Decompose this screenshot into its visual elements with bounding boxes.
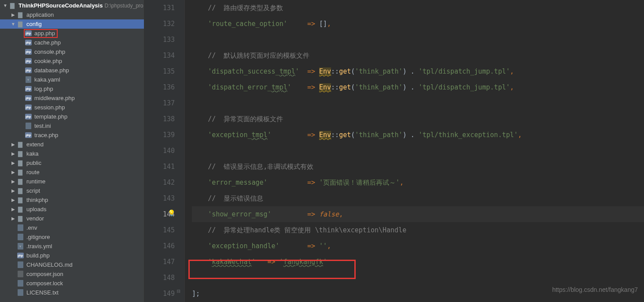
project-root[interactable]: ▼ ▇ ThinkPHPSourceCodeAnalysis D:\phpstu… bbox=[0, 1, 144, 10]
code-line[interactable]: // 默认跳转页面对应的模板文件 bbox=[192, 48, 644, 63]
tree-label: route bbox=[26, 169, 40, 175]
code-line[interactable]: // 异常处理handle类 留空使用 \think\exception\Han… bbox=[192, 222, 644, 238]
line-number: 144💡 bbox=[144, 206, 175, 222]
code-area[interactable]: // 路由缓存类型及参数 'route_cache_option' => [],… bbox=[185, 0, 644, 302]
tree-item-session-php[interactable]: phpsession.php bbox=[0, 103, 144, 112]
code-line[interactable]: // 路由缓存类型及参数 bbox=[192, 0, 644, 16]
tree-item-LICENSE-txt[interactable]: LICENSE.txt bbox=[0, 288, 144, 297]
chevron-icon[interactable]: ▶ bbox=[10, 151, 17, 156]
tree-item-middleware-php[interactable]: phpmiddleware.php bbox=[0, 93, 144, 103]
code-line[interactable]: 'show_error_msg' => false, bbox=[192, 206, 644, 222]
project-name: ThinkPHPSourceCodeAnalysis bbox=[18, 2, 103, 9]
php-icon: php bbox=[25, 95, 32, 102]
line-number: 138 bbox=[144, 111, 175, 127]
code-line[interactable] bbox=[192, 95, 644, 111]
tree-item-template-php[interactable]: phptemplate.php bbox=[0, 112, 144, 121]
file-icon bbox=[17, 280, 24, 287]
tree-item-database-php[interactable]: phpdatabase.php bbox=[0, 66, 144, 75]
folder-icon: ▇ bbox=[17, 215, 24, 222]
tree-label: template.php bbox=[33, 113, 67, 120]
tree-item-cookie-php[interactable]: phpcookie.php bbox=[0, 56, 144, 66]
line-number: 132 bbox=[144, 16, 175, 32]
code-line[interactable]: 'exception_handle' => '', bbox=[192, 238, 644, 254]
chevron-icon[interactable]: ▶ bbox=[10, 12, 17, 17]
code-line[interactable] bbox=[192, 32, 644, 48]
line-number: 134 bbox=[144, 48, 175, 63]
yaml-icon: Y bbox=[25, 76, 32, 83]
tree-item-build-php[interactable]: phpbuild.php bbox=[0, 251, 144, 260]
chevron-icon[interactable]: ▶ bbox=[10, 160, 17, 165]
file-icon bbox=[17, 234, 24, 241]
tree-item-CHANGELOG-md[interactable]: CHANGELOG.md bbox=[0, 260, 144, 269]
code-line[interactable]: 'error_message' => '页面错误！请稍后再试～', bbox=[192, 175, 644, 190]
chevron-icon[interactable]: ▶ bbox=[10, 142, 17, 147]
code-line[interactable] bbox=[192, 143, 644, 159]
tree-label: trace.php bbox=[33, 132, 58, 138]
code-line[interactable]: 'dispatch_error_tmpl' => Env::get('think… bbox=[192, 79, 644, 95]
line-number: 147 bbox=[144, 254, 175, 270]
code-line[interactable]: // 错误显示信息,非调试模式有效 bbox=[192, 159, 644, 175]
tree-item--travis-yml[interactable]: Y.travis.yml bbox=[0, 242, 144, 251]
code-line[interactable]: 'exception_tmpl' => Env::get('think_path… bbox=[192, 127, 644, 143]
chevron-icon[interactable]: ▼ bbox=[10, 22, 17, 26]
php-icon: php bbox=[25, 30, 32, 37]
tree-item-thinkphp[interactable]: ▶▇thinkphp bbox=[0, 195, 144, 205]
tree-label: database.php bbox=[33, 67, 69, 74]
code-line[interactable]: 'route_cache_option' => [], bbox=[192, 16, 644, 32]
tree-item-vendor[interactable]: ▶▇vendor bbox=[0, 214, 144, 223]
tree-item--env[interactable]: .env bbox=[0, 223, 144, 232]
tree-item-cache-php[interactable]: phpcache.php bbox=[0, 38, 144, 47]
tree-item-kaka[interactable]: ▶▇kaka bbox=[0, 149, 144, 158]
tree-item-composer-json[interactable]: composer.json bbox=[0, 269, 144, 279]
tree-label: console.php bbox=[33, 48, 65, 55]
tree-label: .travis.yml bbox=[26, 243, 52, 250]
tree-item-test-ini[interactable]: test.ini bbox=[0, 121, 144, 130]
tree-item-app-php[interactable]: phpapp.php bbox=[0, 29, 144, 38]
tree-item-kaka-yaml[interactable]: Ykaka.yaml bbox=[0, 75, 144, 84]
tree-label: composer.json bbox=[26, 271, 63, 277]
json-icon bbox=[17, 271, 24, 278]
tree-item-extend[interactable]: ▶▇extend bbox=[0, 140, 144, 149]
code-editor[interactable]: 1311321331341351361371381391401411421431… bbox=[144, 0, 644, 302]
tree-item-public[interactable]: ▶▇public bbox=[0, 158, 144, 168]
chevron-icon[interactable]: ▶ bbox=[10, 188, 17, 193]
tree-item-uploads[interactable]: ▶▇uploads bbox=[0, 205, 144, 214]
code-line[interactable]: // 显示错误信息 bbox=[192, 190, 644, 206]
project-tree-sidebar[interactable]: ▼ ▇ ThinkPHPSourceCodeAnalysis D:\phpstu… bbox=[0, 0, 144, 302]
tree-item-console-php[interactable]: phpconsole.php bbox=[0, 47, 144, 56]
php-icon: php bbox=[25, 113, 32, 120]
folder-icon: ▇ bbox=[9, 2, 16, 9]
code-line[interactable]: // 异常页面的模板文件 bbox=[192, 111, 644, 127]
code-line[interactable]: 'kakaWechat' => 'fangkangfk' bbox=[192, 254, 644, 270]
tree-label: extend bbox=[26, 141, 44, 148]
tree-item-trace-php[interactable]: phptrace.php bbox=[0, 130, 144, 140]
tree-label: LICENSE.txt bbox=[26, 289, 59, 296]
chevron-icon[interactable]: ▶ bbox=[10, 198, 17, 202]
line-number: 148 bbox=[144, 270, 175, 286]
chevron-icon[interactable]: ▶ bbox=[10, 216, 17, 221]
php-icon: php bbox=[25, 58, 32, 65]
code-line[interactable]: 'dispatch_success_tmpl' => Env::get('thi… bbox=[192, 63, 644, 79]
chevron-icon[interactable]: ▶ bbox=[10, 170, 17, 175]
tree-item-log-php[interactable]: phplog.php bbox=[0, 84, 144, 93]
chevron-icon[interactable]: ▶ bbox=[10, 179, 17, 184]
tree-item-script[interactable]: ▶▇script bbox=[0, 186, 144, 195]
project-path: D:\phpstudy_pro bbox=[103, 3, 143, 9]
tree-item-composer-lock[interactable]: composer.lock bbox=[0, 279, 144, 288]
tree-label: config bbox=[26, 21, 42, 27]
tree-item-runtime[interactable]: ▶▇runtime bbox=[0, 177, 144, 186]
tree-item-config[interactable]: ▼▇config bbox=[0, 19, 144, 29]
tree-item--gitignore[interactable]: .gitignore bbox=[0, 232, 144, 242]
tree-label: log.php bbox=[33, 86, 53, 92]
chevron-down-icon[interactable]: ▼ bbox=[2, 3, 9, 8]
bulb-icon[interactable]: 💡 bbox=[168, 210, 174, 216]
folder-icon: ▇ bbox=[17, 187, 24, 194]
tree-item-route[interactable]: ▶▇route bbox=[0, 168, 144, 177]
tree-item-application[interactable]: ▶▇application bbox=[0, 10, 144, 19]
chevron-icon[interactable]: ▶ bbox=[10, 207, 17, 212]
tree-label: build.php bbox=[26, 252, 50, 259]
file-icon bbox=[17, 224, 24, 231]
tree-label: session.php bbox=[33, 104, 65, 111]
folder-icon: ▇ bbox=[17, 141, 24, 148]
folder-icon: ▇ bbox=[17, 21, 24, 28]
